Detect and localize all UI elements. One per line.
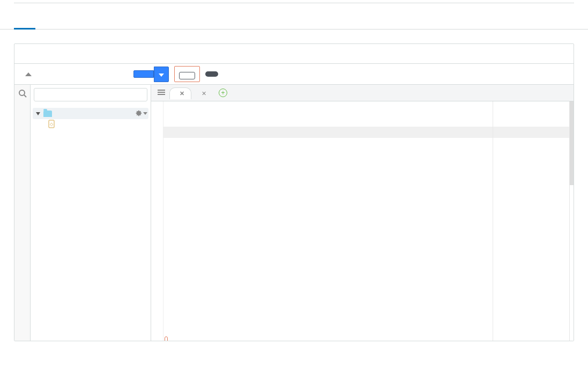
menu-file[interactable] xyxy=(37,71,48,77)
menu-tools[interactable] xyxy=(91,71,101,77)
code-content[interactable] xyxy=(163,101,569,341)
editor-tab-lambda[interactable]: ✕ xyxy=(169,87,191,99)
file-explorer: ◇ xyxy=(31,85,151,341)
code-source-panel: ◇ ✕ ✕ + xyxy=(14,43,574,341)
search-icon[interactable] xyxy=(17,88,28,99)
svg-rect-5 xyxy=(158,92,165,93)
highlighted-s3-path xyxy=(165,336,168,341)
editor-tab-bar: ✕ ✕ + xyxy=(151,85,574,101)
folder-icon xyxy=(43,111,52,117)
test-button[interactable] xyxy=(133,70,154,78)
svg-point-0 xyxy=(19,90,25,96)
svg-rect-6 xyxy=(158,94,165,95)
tab-versions[interactable] xyxy=(145,18,167,29)
line-gutter xyxy=(151,101,163,341)
chevron-down-icon xyxy=(159,74,164,77)
menu-edit[interactable] xyxy=(48,71,58,77)
editor-tab-env[interactable]: ✕ xyxy=(191,87,213,99)
tree-file[interactable]: ◇ xyxy=(33,119,148,129)
svg-rect-4 xyxy=(158,90,165,91)
test-dropdown[interactable] xyxy=(154,67,169,82)
deploy-highlight xyxy=(174,66,200,82)
add-tab-button[interactable]: + xyxy=(219,89,227,97)
close-icon[interactable]: ✕ xyxy=(202,90,206,97)
tree-folder[interactable] xyxy=(33,108,148,119)
editor-toolbar xyxy=(14,63,574,84)
tab-test[interactable] xyxy=(40,18,62,29)
deploy-button[interactable] xyxy=(179,72,195,79)
file-tree: ◇ xyxy=(31,105,151,132)
close-icon[interactable]: ✕ xyxy=(180,90,184,97)
tab-configuration[interactable] xyxy=(93,18,114,29)
svg-line-1 xyxy=(24,95,26,97)
menu-view[interactable] xyxy=(69,71,80,77)
tree-settings[interactable] xyxy=(135,109,147,118)
chevron-down-icon xyxy=(36,112,40,115)
menu-window[interactable] xyxy=(101,71,112,77)
menu-find[interactable] xyxy=(58,71,69,77)
chevron-down-icon xyxy=(143,112,147,115)
editor-body: ◇ ✕ ✕ + xyxy=(14,84,574,341)
tab-list-icon[interactable] xyxy=(153,89,169,97)
current-line-highlight xyxy=(163,127,569,138)
menu-go[interactable] xyxy=(80,71,91,77)
panel-header xyxy=(14,44,574,63)
main-nav-tabs xyxy=(0,18,588,30)
goto-anything-input[interactable] xyxy=(34,88,147,101)
tab-aliases[interactable] xyxy=(119,18,140,29)
tab-monitor[interactable] xyxy=(66,18,88,29)
gear-icon xyxy=(135,109,142,118)
tab-code[interactable] xyxy=(14,18,35,29)
code-editor[interactable] xyxy=(151,101,574,341)
python-file-icon: ◇ xyxy=(48,120,56,128)
svg-text:◇: ◇ xyxy=(50,122,54,127)
environment-rail xyxy=(14,85,31,341)
collapse-icon[interactable] xyxy=(25,72,32,76)
deploy-status-pill xyxy=(205,71,218,77)
code-column: ✕ ✕ + xyxy=(151,85,574,341)
top-divider xyxy=(14,0,574,3)
minimap[interactable] xyxy=(569,101,574,341)
